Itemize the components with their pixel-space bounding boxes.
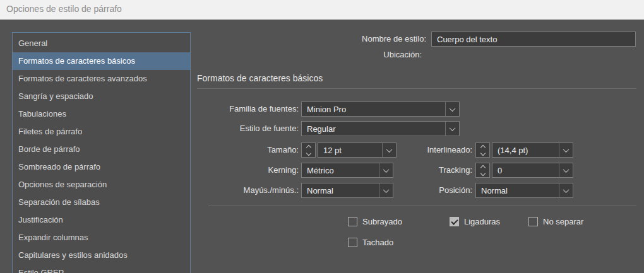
ligatures-checkbox[interactable] [450,217,459,226]
sidebar-item-formatos-caracteres-avanzados[interactable]: Formatos de caracteres avanzados [13,70,190,88]
case-label: Mayús./minús.: [244,183,299,198]
sidebar-item-borde-parrafo[interactable]: Borde de párrafo [13,141,190,158]
no-break-label: No separar [543,217,583,226]
no-break-checkbox-row: No separar [528,216,583,226]
kerning-dropdown[interactable]: Métrico [301,163,393,178]
tracking-label: Tracking: [439,163,472,178]
style-options-category-list: General Formatos de caracteres básicos F… [12,32,191,273]
sidebar-item-filetes-parrafo[interactable]: Filetes de párrafo [13,123,190,141]
section-divider [197,88,636,89]
font-family-dropdown[interactable]: Minion Pro [301,102,460,117]
sidebar-item-general[interactable]: General [13,35,190,52]
sidebar-item-sombreado-parrafo[interactable]: Sombreado de párrafo [13,158,190,176]
style-name-label: Nombre de estilo: [362,32,426,47]
sidebar-item-formatos-caracteres-basicos[interactable]: Formatos de caracteres básicos [13,52,190,70]
case-value: Normal [302,186,379,195]
font-style-value: Regular [302,124,445,134]
tracking-combo[interactable]: 0 [492,163,573,178]
chevron-down-icon[interactable] [379,163,393,177]
chevron-down-icon[interactable] [559,183,573,197]
stepper-down-icon[interactable] [480,170,485,175]
sidebar-item-opciones-separacion[interactable]: Opciones de separación [13,176,190,194]
kerning-value: Métrico [302,166,379,175]
stepper-down-icon[interactable] [480,150,485,155]
leading-combo[interactable]: (14,4 pt) [492,142,573,158]
stepper-up-icon[interactable] [306,144,311,149]
chevron-down-icon[interactable] [559,163,573,177]
chevron-down-icon[interactable] [445,122,459,136]
sidebar-item-separacion-silabas[interactable]: Separación de sílabas [13,194,190,211]
sidebar-item-capitulares-estilos-anidados[interactable]: Capitulares y estilos anidados [13,247,190,264]
sidebar-item-expandir-columnas[interactable]: Expandir columnas [13,229,190,247]
stepper-up-icon[interactable] [480,165,485,170]
style-name-input[interactable] [431,32,636,47]
chevron-down-icon[interactable] [445,102,459,116]
ligatures-label: Ligaduras [464,217,500,226]
underline-label: Subrayado [362,217,402,226]
leading-stepper[interactable] [475,142,490,158]
leading-value: (14,4 pt) [492,146,559,155]
sidebar-item-justificacion[interactable]: Justificación [13,211,190,229]
stepper-up-icon[interactable] [480,144,485,149]
font-style-dropdown[interactable]: Regular [301,121,460,136]
position-value: Normal [476,186,559,195]
no-break-checkbox[interactable] [528,217,538,226]
dialog-title: Opciones de estilo de párrafo [6,4,122,14]
position-label: Posición: [439,183,472,198]
font-family-label: Familia de fuentes: [229,102,299,117]
dialog-titlebar: Opciones de estilo de párrafo [0,0,644,20]
font-family-value: Minion Pro [302,105,445,114]
section-title: Formatos de caracteres básicos [197,73,323,83]
font-style-label: Estilo de fuente: [240,121,299,136]
paragraph-style-options-dialog: General Formatos de caracteres básicos F… [0,20,644,273]
ligatures-checkbox-row: Ligaduras [450,216,500,226]
sidebar-item-estilo-grep[interactable]: Estilo GREP [13,264,190,273]
location-label: Ubicación: [383,49,422,61]
chevron-down-icon[interactable] [382,143,396,157]
strikethrough-checkbox-row: Tachado [348,237,393,247]
checkbox-section-divider [208,206,636,206]
tracking-stepper[interactable] [475,163,490,178]
case-dropdown[interactable]: Normal [301,183,393,198]
chevron-down-icon[interactable] [559,143,573,157]
tracking-value: 0 [492,166,559,175]
size-value: 12 pt [318,146,382,155]
stepper-down-icon[interactable] [306,150,311,155]
chevron-down-icon[interactable] [379,183,393,197]
sidebar-item-sangria-espaciado[interactable]: Sangría y espaciado [13,88,190,105]
leading-label: Interlineado: [427,142,472,158]
strikethrough-checkbox[interactable] [348,238,357,247]
sidebar-item-tabulaciones[interactable]: Tabulaciones [13,105,190,123]
strikethrough-label: Tachado [362,238,393,247]
size-label: Tamaño: [267,142,299,158]
underline-checkbox-row: Subrayado [348,216,402,226]
position-dropdown[interactable]: Normal [475,183,573,198]
kerning-label: Kerning: [268,163,299,178]
underline-checkbox[interactable] [348,217,357,226]
size-stepper[interactable] [301,142,316,158]
size-combo[interactable]: 12 pt [318,142,397,158]
